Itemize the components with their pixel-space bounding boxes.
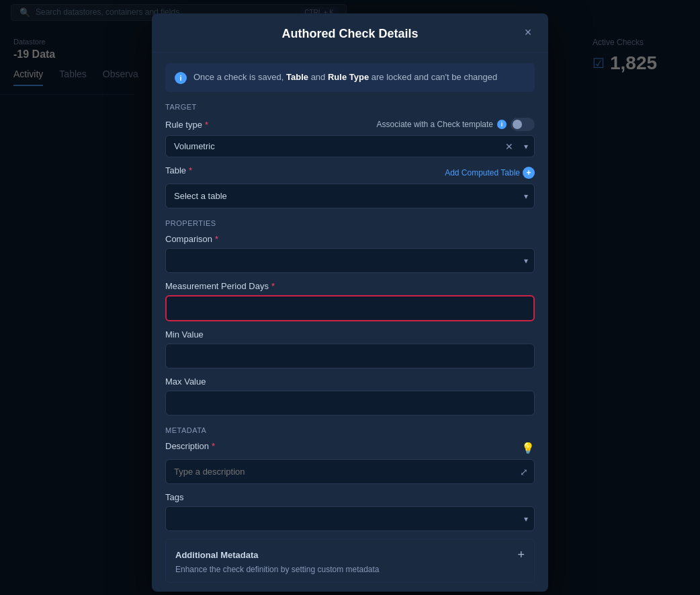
info-text-and: and: [311, 72, 326, 82]
max-value-input-wrapper: [165, 391, 535, 415]
measurement-period-input[interactable]: [165, 295, 535, 321]
description-required-marker: *: [212, 441, 215, 451]
rule-type-field-row: Rule type * Associate with a Check templ…: [165, 118, 535, 131]
info-text-prefix: Once a check is saved,: [193, 72, 283, 82]
target-section-label: Target: [165, 103, 535, 111]
min-value-input-wrapper: [165, 344, 535, 368]
info-banner: i Once a check is saved, Table and Rule …: [165, 63, 535, 92]
description-label: Description *: [165, 441, 215, 451]
rule-type-text: Volumetric: [174, 141, 215, 151]
modal-title: Authored Check Details: [281, 27, 418, 41]
min-value-label: Min Value: [165, 329, 535, 340]
comparison-required-marker: *: [215, 234, 218, 244]
measurement-period-input-wrapper: [165, 295, 535, 321]
max-value-input[interactable]: [165, 391, 535, 415]
properties-section-label: Properties: [165, 219, 535, 227]
additional-metadata-section: Additional Metadata + Enhance the check …: [165, 539, 535, 583]
modal-close-button[interactable]: ×: [519, 24, 537, 42]
add-computed-table-button[interactable]: Add Computed Table +: [445, 167, 535, 179]
authored-check-modal: Authored Check Details × i Once a check …: [152, 13, 548, 592]
rule-type-label: Rule type *: [165, 120, 208, 130]
modal-header: Authored Check Details ×: [152, 13, 548, 52]
rule-type-value: Volumetric: [165, 135, 535, 157]
rule-type-clear-button[interactable]: ✕: [502, 140, 516, 153]
table-required-marker: *: [189, 165, 192, 175]
comparison-select-wrapper: ▾: [165, 248, 535, 273]
min-value-input[interactable]: [165, 344, 535, 368]
measurement-period-required-marker: *: [271, 281, 275, 291]
add-computed-table-icon: +: [523, 167, 535, 179]
expand-icon[interactable]: ⤢: [520, 467, 528, 477]
rule-type-select-wrapper: Volumetric ✕ ▾: [165, 135, 535, 157]
tags-select[interactable]: [165, 506, 535, 531]
comparison-select[interactable]: [165, 248, 535, 273]
additional-metadata-toggle[interactable]: Additional Metadata +: [175, 548, 525, 562]
rule-type-required-marker: *: [205, 120, 208, 130]
additional-metadata-plus-icon: +: [517, 548, 525, 562]
table-select-wrapper: Select a table ▾: [165, 184, 535, 208]
info-icon: i: [175, 72, 187, 84]
max-value-label: Max Value: [165, 376, 535, 387]
info-text: Once a check is saved, Table and Rule Ty…: [193, 71, 497, 83]
add-computed-table-label: Add Computed Table: [445, 168, 520, 177]
associate-info-icon[interactable]: i: [497, 120, 507, 129]
additional-metadata-title: Additional Metadata: [175, 550, 259, 560]
tags-select-wrapper: ▾: [165, 506, 535, 531]
table-label: Table *: [165, 165, 192, 175]
description-row: Description * 💡: [165, 441, 535, 455]
info-text-suffix: are locked and can't be changed: [371, 72, 498, 82]
description-input-wrapper: ⤢: [165, 459, 535, 484]
lightbulb-icon[interactable]: 💡: [521, 442, 535, 454]
tags-label: Tags: [165, 492, 535, 502]
table-select[interactable]: Select a table: [165, 184, 535, 208]
metadata-section-label: Metadata: [165, 426, 535, 434]
additional-metadata-desc: Enhance the check definition by setting …: [175, 565, 525, 574]
comparison-label: Comparison *: [165, 234, 535, 244]
associate-toggle[interactable]: [511, 118, 535, 131]
table-field-row: Table * Add Computed Table +: [165, 165, 535, 180]
measurement-period-label: Measurement Period Days *: [165, 281, 535, 291]
modal-body: Target Rule type * Associate with a Chec…: [152, 103, 548, 592]
modal-backdrop: Authored Check Details × i Once a check …: [0, 0, 700, 595]
description-input[interactable]: [165, 459, 535, 484]
associate-label: Associate with a Check template i: [377, 118, 535, 131]
